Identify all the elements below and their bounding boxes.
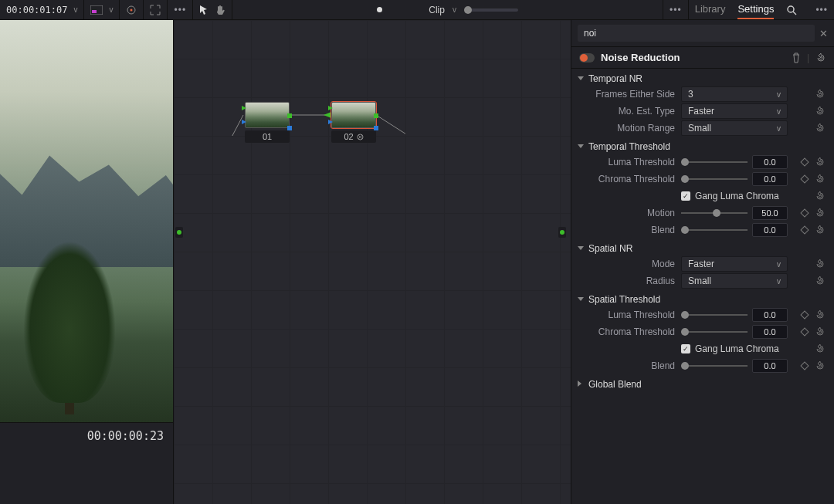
st-chroma-value[interactable]: 0.0: [752, 325, 788, 339]
tt-motion-label: Motion: [571, 208, 681, 218]
node-effect-icon: [357, 134, 364, 140]
keyframe-icon[interactable]: [800, 174, 809, 183]
keyframe-icon[interactable]: [800, 157, 809, 166]
group-global-blend[interactable]: Global Blend: [571, 374, 834, 391]
st-luma-label: Luma Threshold: [571, 310, 681, 320]
reset-icon[interactable]: [815, 361, 825, 370]
keyframe-icon[interactable]: [800, 208, 809, 217]
reset-icon[interactable]: [815, 327, 825, 337]
image-view-chevron-icon[interactable]: v: [109, 5, 113, 14]
graph-output-icon[interactable]: [558, 227, 566, 238]
group-spatial-nr[interactable]: Spatial NR: [571, 238, 834, 255]
tab-library[interactable]: Library: [695, 0, 726, 19]
st-luma-value[interactable]: 0.0: [752, 308, 788, 322]
st-blend-slider[interactable]: [681, 358, 748, 374]
hand-tool-icon[interactable]: [215, 5, 225, 15]
motion-range-label: Motion Range: [571, 123, 681, 134]
effect-search-input[interactable]: [578, 25, 815, 42]
svg-point-4: [788, 6, 794, 12]
node-indicator-icon: [377, 7, 382, 12]
graph-input-icon[interactable]: [175, 227, 183, 238]
highlight-icon[interactable]: [126, 5, 137, 15]
node-label: 01: [263, 132, 272, 141]
reset-icon[interactable]: [815, 191, 825, 201]
moest-type-label: Mo. Est. Type: [571, 106, 681, 117]
reset-icon[interactable]: [815, 123, 825, 133]
reset-icon[interactable]: [815, 344, 825, 353]
group-temporal-nr[interactable]: Temporal NR: [571, 69, 834, 86]
tt-motion-value[interactable]: 50.0: [752, 206, 788, 220]
keyframe-icon[interactable]: [800, 310, 809, 319]
tt-chroma-value[interactable]: 0.0: [752, 172, 788, 186]
tt-luma-value[interactable]: 0.0: [752, 155, 788, 169]
fullscreen-icon[interactable]: [150, 5, 161, 15]
tt-blend-slider[interactable]: [681, 222, 748, 238]
viewer[interactable]: [0, 20, 173, 423]
svg-marker-5: [324, 112, 331, 118]
st-chroma-slider[interactable]: [681, 324, 748, 340]
tab-settings[interactable]: Settings: [737, 0, 774, 19]
group-spatial-threshold[interactable]: Spatial Threshold: [571, 289, 834, 306]
node-zoom-slider[interactable]: [464, 8, 518, 12]
svg-rect-1: [92, 10, 97, 13]
viewer-more-icon[interactable]: •••: [174, 5, 186, 15]
keyframe-icon[interactable]: [800, 327, 809, 336]
keyframe-icon[interactable]: [800, 225, 809, 234]
preview-timecode: 00:00:00:23: [0, 423, 173, 449]
clip-mode-chevron-icon[interactable]: v: [453, 5, 456, 14]
motion-range-select[interactable]: Smallv: [681, 120, 788, 136]
tt-luma-label: Luma Threshold: [571, 157, 681, 167]
tt-blend-value[interactable]: 0.0: [752, 223, 788, 237]
reset-icon[interactable]: [815, 157, 825, 167]
reset-icon[interactable]: [815, 310, 825, 320]
node-02[interactable]: 02: [331, 102, 376, 143]
pointer-tool-icon[interactable]: [199, 5, 208, 15]
node-01[interactable]: 01: [245, 102, 290, 143]
reset-icon[interactable]: [815, 208, 825, 218]
clear-search-icon[interactable]: ✕: [819, 28, 828, 39]
tt-chroma-label: Chroma Threshold: [571, 174, 681, 184]
moest-type-select[interactable]: Fasterv: [681, 103, 788, 119]
graph-more-icon[interactable]: •••: [670, 5, 682, 15]
viewer-timecode[interactable]: 00:00:01:07: [6, 5, 67, 15]
reset-icon[interactable]: [815, 259, 825, 269]
st-chroma-label: Chroma Threshold: [571, 326, 681, 337]
reset-icon[interactable]: [815, 276, 825, 286]
reset-icon[interactable]: [815, 174, 825, 184]
tt-luma-slider[interactable]: [681, 154, 748, 170]
node-label: 02: [344, 132, 353, 141]
reset-icon[interactable]: [815, 90, 825, 99]
clip-mode-label[interactable]: Clip: [429, 5, 445, 15]
tt-gang-checkbox[interactable]: ✓: [681, 191, 690, 201]
sn-mode-select[interactable]: Fasterv: [681, 256, 788, 272]
top-toolbar: 00:00:01:07 v v ••• Clip v: [0, 0, 834, 20]
st-blend-value[interactable]: 0.0: [752, 359, 788, 373]
frames-either-side-select[interactable]: 3v: [681, 86, 788, 102]
st-gang-label: Gang Luma Chroma: [695, 343, 779, 354]
svg-point-3: [131, 8, 133, 11]
sn-radius-select[interactable]: Smallv: [681, 273, 788, 289]
node-graph[interactable]: 01 02: [174, 20, 571, 504]
trash-icon[interactable]: [792, 52, 801, 63]
timecode-menu-chevron-icon[interactable]: v: [73, 5, 77, 14]
search-icon[interactable]: [786, 5, 797, 15]
sn-radius-label: Radius: [571, 276, 681, 286]
tt-chroma-slider[interactable]: [681, 171, 748, 187]
reset-icon[interactable]: [815, 225, 825, 235]
reset-all-icon[interactable]: [815, 52, 826, 63]
frames-either-side-label: Frames Either Side: [571, 89, 681, 100]
sn-mode-label: Mode: [571, 259, 681, 269]
st-luma-slider[interactable]: [681, 307, 748, 323]
keyframe-icon[interactable]: [800, 361, 809, 370]
st-blend-label: Blend: [571, 360, 681, 371]
group-temporal-threshold[interactable]: Temporal Threshold: [571, 137, 834, 154]
effect-title: Noise Reduction: [601, 52, 785, 63]
panel-tabs: Library Settings: [689, 0, 781, 19]
panel-more-icon[interactable]: •••: [815, 5, 828, 15]
reset-icon[interactable]: [815, 107, 825, 116]
st-gang-checkbox[interactable]: ✓: [681, 344, 690, 353]
image-view-icon[interactable]: [90, 5, 103, 15]
tt-blend-label: Blend: [571, 225, 681, 235]
effect-enable-toggle[interactable]: [579, 53, 595, 63]
tt-motion-slider[interactable]: [681, 205, 748, 221]
